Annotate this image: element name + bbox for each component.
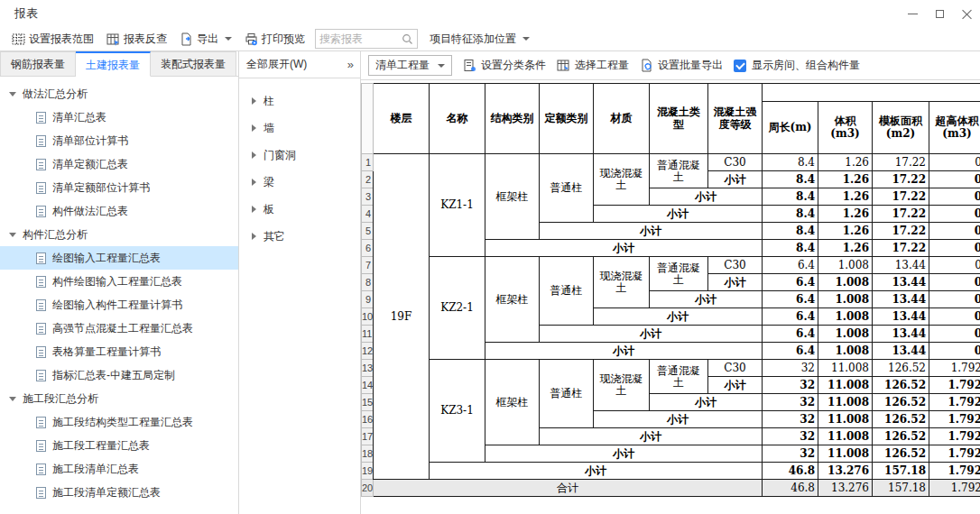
search-icon xyxy=(402,33,413,45)
table-cell: 6.4 xyxy=(763,274,818,291)
component-item-label: 板 xyxy=(263,202,274,217)
component-item-其它[interactable]: 其它 xyxy=(239,223,360,250)
component-item-柱[interactable]: 柱 xyxy=(239,87,360,115)
table-cell: 13.44 xyxy=(873,257,929,274)
table-cell: KZ3-1 xyxy=(430,360,485,463)
table-cell: 1.792 xyxy=(929,480,980,497)
report-item-label: 施工段清单汇总表 xyxy=(52,462,139,477)
table-cell: 1.008 xyxy=(818,274,873,291)
report-item[interactable]: 施工段清单定额汇总表 xyxy=(0,481,238,504)
component-item-梁[interactable]: 梁 xyxy=(239,169,360,196)
chevron-down-icon xyxy=(9,397,16,401)
table-cell: 小计 xyxy=(540,223,763,240)
print-preview-button[interactable]: 打印预览 xyxy=(238,27,311,50)
table-cell: 13.276 xyxy=(818,480,873,497)
quantity-type-label: 清单工程量 xyxy=(375,58,430,73)
table-cell: 46.8 xyxy=(763,463,818,480)
maximize-button[interactable] xyxy=(926,0,953,27)
feature-position-button[interactable]: 项目特征添加位置 xyxy=(423,27,536,50)
close-icon xyxy=(962,9,972,19)
table-cell: 1.26 xyxy=(818,171,873,188)
select-quantity-icon xyxy=(557,59,570,72)
table-cell: 小计 xyxy=(650,394,763,411)
table-cell: 小计 xyxy=(485,445,763,463)
report-item-label: 施工段清单定额汇总表 xyxy=(52,485,161,500)
row-number: 15 xyxy=(362,394,374,411)
document-icon xyxy=(36,323,46,335)
table-cell: 1.792 xyxy=(929,360,980,377)
document-icon xyxy=(36,370,46,381)
report-item[interactable]: 构件做法汇总表 xyxy=(0,199,238,223)
tree-group[interactable]: 构件汇总分析 xyxy=(0,223,238,246)
export-icon xyxy=(180,32,193,46)
table-cell: 0 xyxy=(929,291,980,308)
show-rooms-checkbox[interactable]: 显示房间、组合构件量 xyxy=(734,58,860,73)
chevron-right-icon xyxy=(252,124,256,132)
row-number: 19 xyxy=(362,463,374,480)
quantity-type-dropdown[interactable]: 清单工程量 xyxy=(368,55,452,76)
report-item[interactable]: 绘图输入构件工程量计算书 xyxy=(0,293,238,317)
row-number: 12 xyxy=(362,343,374,360)
report-view-panel: 清单工程量 设置分类条件 选择工程量 设置批量导出 显示房间、组合构件量 xyxy=(361,51,980,514)
table-header-cell: 体积(m3) xyxy=(818,102,873,154)
report-item[interactable]: 表格算量工程量计算书 xyxy=(0,340,238,363)
minimize-button[interactable] xyxy=(899,0,926,27)
table-cell: 小计 xyxy=(430,463,763,480)
report-item[interactable]: 清单定额部位计算书 xyxy=(0,176,238,199)
tree-group[interactable]: 做法汇总分析 xyxy=(0,82,238,106)
report-item[interactable]: 指标汇总表-中建五局定制 xyxy=(0,363,238,387)
expand-all-button[interactable]: 全部展开(W) xyxy=(246,57,307,72)
table-cell: 126.52 xyxy=(873,428,929,445)
set-report-scope-button[interactable]: 设置报表范围 xyxy=(5,27,100,50)
report-item-label: 指标汇总表-中建五局定制 xyxy=(52,368,175,383)
table-cell: 1.26 xyxy=(818,240,873,257)
feature-position-label: 项目特征添加位置 xyxy=(430,32,516,47)
table-cell: 32 xyxy=(763,445,818,463)
tab-土建报表量[interactable]: 土建报表量 xyxy=(76,51,151,77)
table-cell: 现浇混凝土 xyxy=(594,257,650,308)
batch-export-button[interactable]: 设置批量导出 xyxy=(640,58,723,73)
report-item-label: 清单定额汇总表 xyxy=(52,157,128,172)
component-item-墙[interactable]: 墙 xyxy=(239,115,360,142)
report-item[interactable]: 构件绘图输入工程量汇总表 xyxy=(0,270,238,293)
table-cell: 小计 xyxy=(485,343,763,360)
tab-装配式报表量[interactable]: 装配式报表量 xyxy=(151,51,236,77)
export-button[interactable]: 导出 xyxy=(173,27,238,50)
document-icon xyxy=(36,440,46,452)
document-icon xyxy=(36,182,46,194)
close-button[interactable] xyxy=(953,0,980,27)
component-panel: 全部展开(W) » 柱墙门窗洞梁板其它 xyxy=(239,51,361,514)
report-item-label: 高强节点混凝土工程量汇总表 xyxy=(52,321,193,336)
table-cell: 8.4 xyxy=(763,206,818,223)
report-item[interactable]: 清单汇总表 xyxy=(0,106,238,129)
report-item[interactable]: 清单定额汇总表 xyxy=(0,152,238,176)
document-icon xyxy=(36,417,46,428)
table-row: 119FKZ1-1框架柱普通柱现浇混凝土普通混凝土C308.41.2617.22… xyxy=(362,154,980,171)
report-item[interactable]: 施工段工程量汇总表 xyxy=(0,434,238,457)
table-cell: 1.26 xyxy=(818,206,873,223)
search-input[interactable] xyxy=(319,32,402,45)
table-cell: 11.008 xyxy=(818,411,873,428)
tree-group-label: 做法汇总分析 xyxy=(23,87,88,102)
checkbox-checked-icon xyxy=(734,60,746,72)
report-item[interactable]: 清单部位计算书 xyxy=(0,129,238,152)
component-item-门窗洞[interactable]: 门窗洞 xyxy=(239,142,360,169)
report-item-label: 施工段工程量汇总表 xyxy=(52,438,150,454)
tab-钢筋报表量[interactable]: 钢筋报表量 xyxy=(0,51,76,77)
report-backcheck-button[interactable]: 报表反查 xyxy=(100,27,173,50)
expand-collapse-icon[interactable]: » xyxy=(347,58,353,71)
report-item[interactable]: 绘图输入工程量汇总表 xyxy=(0,246,238,270)
document-icon xyxy=(36,276,46,288)
row-number: 10 xyxy=(362,308,374,326)
component-item-板[interactable]: 板 xyxy=(239,196,360,223)
report-item[interactable]: 高强节点混凝土工程量汇总表 xyxy=(0,317,238,340)
report-item-label: 绘图输入工程量汇总表 xyxy=(52,251,161,266)
report-item[interactable]: 施工段结构类型工程量汇总表 xyxy=(0,410,238,434)
row-number: 1 xyxy=(362,154,374,171)
table-cell: 6.4 xyxy=(763,343,818,360)
tree-group[interactable]: 施工段汇总分析 xyxy=(0,387,238,410)
set-classification-button[interactable]: 设置分类条件 xyxy=(463,58,546,73)
select-quantity-button[interactable]: 选择工程量 xyxy=(557,58,629,73)
report-item[interactable]: 施工段清单汇总表 xyxy=(0,457,238,481)
row-number: 2 xyxy=(362,171,374,188)
